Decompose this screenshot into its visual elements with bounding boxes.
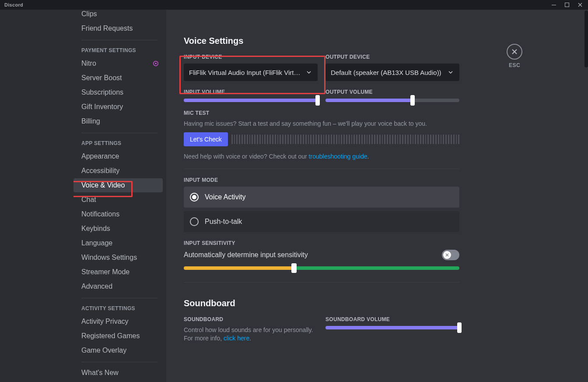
input-volume-label: INPUT VOLUME [184,89,318,95]
sidebar-item-appearance[interactable]: Appearance [74,149,163,163]
maximize-button[interactable] [561,0,573,10]
input-sensitivity-slider[interactable] [184,266,459,270]
sidebar-item-whats-new[interactable]: What's New [74,366,163,380]
sidebar-item-friend-requests[interactable]: Friend Requests [74,21,163,35]
sidebar-item-clips[interactable]: Clips [74,10,163,21]
soundboard-volume-slider[interactable] [326,326,459,329]
sidebar-item-subscriptions[interactable]: Subscriptions [74,85,163,99]
soundboard-desc: Control how loud sounds are for you pers… [184,326,318,343]
radio-icon [190,193,199,202]
settings-sidebar: Clips Friend Requests PAYMENT SETTINGS N… [74,10,166,382]
titlebar: Discord [0,0,588,10]
sidebar-item-notifications[interactable]: Notifications [74,207,163,221]
output-volume-label: OUTPUT VOLUME [326,89,459,95]
sidebar-item-chat[interactable]: Chat [74,193,163,207]
radio-icon [190,217,199,226]
sidebar-item-gift-inventory[interactable]: Gift Inventory [74,100,163,114]
help-text: Need help with voice or video? Check out… [184,152,459,161]
sidebar-item-language[interactable]: Language [74,236,163,250]
sidebar-item-registered-games[interactable]: Registered Games [74,329,163,343]
sidebar-item-windows-settings[interactable]: Windows Settings [74,251,163,265]
svg-rect-0 [552,5,556,5]
page-title: Voice Settings [184,36,459,46]
sidebar-item-voice-video[interactable]: Voice & Video [74,178,163,192]
sidebar-item-advanced[interactable]: Advanced [74,279,163,294]
input-sensitivity-label: INPUT SENSITIVITY [184,240,459,246]
output-volume-slider[interactable] [326,99,459,102]
sidebar-item-nitro[interactable]: Nitro [74,57,163,71]
app-brand: Discord [4,2,23,7]
input-device-label: INPUT DEVICE [184,54,318,60]
sidebar-heading-activity: ACTIVITY SETTINGS [74,298,165,314]
mic-test-desc: Having mic issues? Start a test and say … [184,120,459,128]
auto-sensitivity-label: Automatically determine input sensitivit… [184,251,308,259]
auto-sensitivity-toggle[interactable] [442,250,459,260]
sidebar-item-server-boost[interactable]: Server Boost [74,71,163,85]
settings-content: Voice Settings INPUT DEVICE FliFlik Virt… [166,10,472,382]
sidebar-item-billing[interactable]: Billing [74,114,163,128]
soundboard-title: Soundboard [184,298,459,308]
esc-label: ESC [509,62,520,68]
sidebar-item-activity-privacy[interactable]: Activity Privacy [74,315,163,329]
minimize-button[interactable] [548,0,560,10]
soundboard-volume-label: SOUNDBOARD VOLUME [326,316,459,322]
chevron-down-icon [305,69,312,76]
nitro-badge-icon [152,60,159,67]
sidebar-item-game-overlay[interactable]: Game Overlay [74,343,163,357]
mic-test-label: MIC TEST [184,110,459,116]
svg-point-3 [155,63,157,64]
sidebar-heading-app: APP SETTINGS [74,133,165,149]
sidebar-item-accessibility[interactable]: Accessibility [74,164,163,178]
chevron-down-icon [447,69,454,76]
window-controls [548,0,586,10]
content-scrollbar[interactable] [584,10,588,382]
close-settings-button[interactable] [507,44,522,60]
input-mode-label: INPUT MODE [184,177,459,183]
input-mode-push-to-talk[interactable]: Push-to-talk [184,211,459,232]
output-device-label: OUTPUT DEVICE [326,54,459,60]
sidebar-item-keybinds[interactable]: Keybinds [74,222,163,236]
input-volume-slider[interactable] [184,99,318,102]
input-device-select[interactable]: FliFlik Virtual Audio Input (FliFlik Vir… [184,64,318,81]
sidebar-heading-payment: PAYMENT SETTINGS [74,40,165,56]
soundboard-link[interactable]: click here [224,335,249,342]
settings-gutter [0,10,74,382]
sidebar-item-streamer-mode[interactable]: Streamer Mode [74,265,163,279]
close-button[interactable] [574,0,586,10]
output-device-select[interactable]: Default (speaker (AB13X USB Audio)) [326,64,459,81]
troubleshooting-link[interactable]: troubleshooting guide [309,153,368,160]
soundboard-label: SOUNDBOARD [184,316,318,322]
mic-test-meter [231,132,459,146]
input-mode-voice-activity[interactable]: Voice Activity [184,187,459,208]
svg-rect-1 [565,3,569,7]
lets-check-button[interactable]: Let's Check [184,132,228,146]
